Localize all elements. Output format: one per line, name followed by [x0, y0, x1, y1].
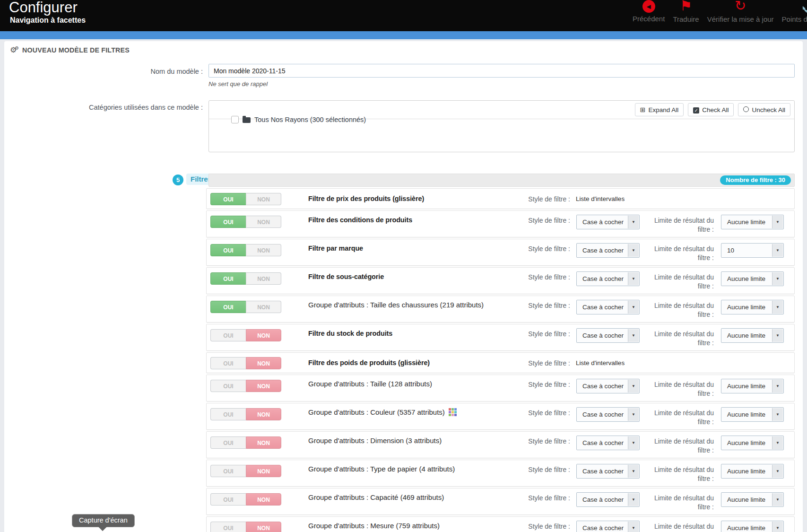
filter-title: Filtre du stock de produits: [308, 329, 408, 337]
toggle-non-button[interactable]: NON: [246, 301, 281, 313]
toolbar-item[interactable]: ↻ Vérifier la mise à jour: [707, 0, 774, 23]
filter-limit-select[interactable]: Aucune limite ▼: [721, 407, 784, 422]
filter-list: OUI NON Filtre de prix des produits (gli…: [206, 188, 795, 532]
filter-style-select[interactable]: Case à cocher ▼: [576, 271, 640, 286]
enabled-toggle[interactable]: OUI NON: [210, 522, 281, 532]
chevron-down-icon: ▼: [628, 436, 639, 449]
filter-limit-select[interactable]: Aucune limite ▼: [721, 521, 784, 532]
toolbar-item[interactable]: ◄ Précédent: [633, 0, 665, 23]
enabled-toggle[interactable]: OUI NON: [210, 465, 281, 477]
enabled-toggle[interactable]: OUI NON: [210, 272, 281, 285]
tree-button-uncheck-all[interactable]: Uncheck All: [738, 103, 790, 116]
enabled-toggle[interactable]: OUI NON: [210, 436, 281, 449]
toggle-non-button[interactable]: NON: [246, 380, 281, 392]
filter-style-select[interactable]: Case à cocher ▼: [576, 243, 640, 258]
filter-row: OUI NON Filtre des poids de produits (gl…: [206, 352, 795, 373]
filter-style-select[interactable]: Case à cocher ▼: [576, 492, 640, 507]
filter-limit-select[interactable]: Aucune limite ▼: [721, 300, 784, 314]
expand-icon: ⊞: [640, 106, 646, 113]
filter-limit-select[interactable]: Aucune limite ▼: [721, 492, 784, 507]
filter-style-select[interactable]: Case à cocher ▼: [576, 215, 640, 229]
enabled-toggle[interactable]: OUI NON: [210, 244, 281, 256]
filter-row: OUI NON Filtre de sous-catégorie Style d…: [206, 267, 795, 294]
toggle-non-button[interactable]: NON: [246, 493, 281, 506]
filter-style-select[interactable]: Case à cocher ▼: [576, 464, 640, 479]
filter-row: OUI NON Groupe d'attributs : Dimension (…: [206, 431, 795, 458]
filter-style-select[interactable]: Case à cocher ▼: [576, 436, 640, 450]
enabled-toggle[interactable]: OUI NON: [210, 329, 281, 341]
toggle-non-button[interactable]: NON: [246, 357, 281, 369]
chevron-down-icon: ▼: [628, 522, 639, 532]
toggle-non-button[interactable]: NON: [246, 465, 281, 477]
toggle-oui-button[interactable]: OUI: [210, 244, 246, 256]
filter-limit-label: Limite de résultat dufiltre :: [643, 494, 714, 512]
toggle-oui-button[interactable]: OUI: [210, 272, 246, 285]
enabled-toggle[interactable]: OUI NON: [210, 408, 281, 420]
toggle-non-button[interactable]: NON: [246, 216, 281, 228]
toggle-non-button[interactable]: NON: [246, 329, 281, 341]
toggle-oui-button[interactable]: OUI: [210, 301, 246, 313]
filter-limit-select[interactable]: 10 ▼: [721, 243, 784, 258]
toggle-non-button[interactable]: NON: [246, 244, 281, 256]
filter-limit-select[interactable]: Aucune limite ▼: [721, 271, 784, 286]
filter-style-label: Style de filtre :: [528, 330, 570, 338]
toggle-oui-button[interactable]: OUI: [210, 216, 246, 228]
filter-style-select[interactable]: Case à cocher ▼: [576, 407, 640, 422]
screenshot-tooltip: Capture d'écran: [72, 514, 135, 527]
filter-title: Groupe d'attributs : Dimension (3 attrib…: [308, 436, 453, 445]
filter-style-label: Style de filtre :: [528, 273, 570, 281]
tree-button-label: Uncheck All: [752, 106, 785, 113]
toggle-oui-button[interactable]: OUI: [210, 380, 246, 392]
filter-style-select[interactable]: Case à cocher ▼: [576, 379, 640, 393]
enabled-toggle[interactable]: OUI NON: [210, 493, 281, 506]
chevron-down-icon: ▼: [628, 465, 639, 478]
filter-row: OUI NON Filtre des conditions de produit…: [206, 210, 795, 237]
filter-limit-select[interactable]: Aucune limite ▼: [721, 328, 784, 343]
filter-row: OUI NON Groupe d'attributs : Taille des …: [206, 296, 795, 323]
tree-button-label: Expand All: [648, 106, 678, 113]
chevron-down-icon: ▼: [772, 272, 783, 285]
enabled-toggle[interactable]: OUI NON: [210, 216, 281, 228]
category-checkbox[interactable]: [231, 116, 239, 123]
toolbar-item[interactable]: ⚓ Points d'accroche: [782, 0, 807, 23]
toggle-oui-button[interactable]: OUI: [210, 436, 246, 449]
toggle-oui-button[interactable]: OUI: [210, 193, 246, 205]
tree-button-check-all[interactable]: ✓ Check All: [688, 103, 734, 116]
toggle-non-button[interactable]: NON: [246, 436, 281, 449]
toggle-oui-button[interactable]: OUI: [210, 329, 246, 341]
filter-title: Groupe d'attributs : Taille des chaussur…: [308, 301, 495, 309]
model-name-input[interactable]: [208, 64, 795, 78]
enabled-toggle[interactable]: OUI NON: [210, 301, 281, 313]
toolbar-item-label: Vérifier la mise à jour: [707, 15, 774, 23]
category-tree-root-item[interactable]: Tous Nos Rayons (300 sélectionnés): [231, 116, 366, 123]
enabled-toggle[interactable]: OUI NON: [210, 193, 281, 205]
filter-style-select[interactable]: Case à cocher ▼: [576, 521, 640, 532]
filter-title: Filtre par marque: [308, 244, 377, 252]
filter-style-select[interactable]: Case à cocher ▼: [576, 328, 640, 343]
filter-limit-select[interactable]: Aucune limite ▼: [721, 436, 784, 450]
toggle-non-button[interactable]: NON: [246, 272, 281, 285]
tree-button-expand-all[interactable]: ⊞ Expand All: [635, 103, 684, 116]
filter-limit-select[interactable]: Aucune limite ▼: [721, 215, 784, 229]
filter-limit-label: Limite de résultat dufiltre :: [643, 301, 714, 319]
filter-style-select[interactable]: Case à cocher ▼: [576, 300, 640, 314]
admin-header: Configurer Navigation à facettes ◄ Précé…: [0, 0, 807, 31]
filter-limit-select[interactable]: Aucune limite ▼: [721, 464, 784, 479]
toggle-non-button[interactable]: NON: [246, 408, 281, 420]
filter-title: Groupe d'attributs : Capacité (469 attri…: [308, 493, 456, 501]
toggle-oui-button[interactable]: OUI: [210, 408, 246, 420]
toggle-oui-button[interactable]: OUI: [210, 465, 246, 477]
toggle-non-button[interactable]: NON: [246, 193, 281, 205]
filter-limit-label: Limite de résultat dufiltre :: [643, 273, 714, 291]
toggle-oui-button[interactable]: OUI: [210, 493, 246, 506]
filter-limit-select[interactable]: Aucune limite ▼: [721, 379, 784, 393]
toggle-non-button[interactable]: NON: [246, 522, 281, 532]
filter-limit-label: Limite de résultat dufiltre :: [643, 437, 714, 455]
filter-row: OUI NON Filtre par marque Style de filtr…: [206, 239, 795, 266]
enabled-toggle[interactable]: OUI NON: [210, 380, 281, 392]
enabled-toggle[interactable]: OUI NON: [210, 357, 281, 369]
toggle-oui-button[interactable]: OUI: [210, 522, 246, 532]
toolbar-item[interactable]: ⚑ Traduire: [673, 0, 699, 23]
toolbar-item-label: Points d'accroche: [782, 15, 807, 23]
toggle-oui-button[interactable]: OUI: [210, 357, 246, 369]
